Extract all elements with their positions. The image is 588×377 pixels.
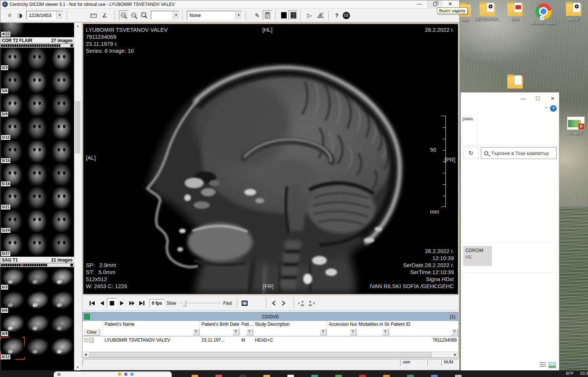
filter-funnel-icon[interactable] — [382, 329, 389, 335]
thumbnail[interactable]: 5/18 — [0, 164, 25, 187]
thumbnail[interactable] — [49, 267, 74, 290]
previous-frame-button[interactable] — [97, 298, 107, 308]
magnify-button[interactable] — [140, 10, 149, 20]
thumbnail[interactable] — [25, 210, 49, 233]
filter-cell[interactable] — [357, 328, 389, 336]
first-frame-button[interactable] — [87, 298, 97, 308]
flip-rotate-button[interactable] — [316, 10, 325, 20]
taskbar-search-box[interactable] — [54, 371, 172, 377]
desktop-icon-monster-mash[interactable]: ↗ Monster Mash — [531, 3, 556, 25]
image-viewport[interactable]: LYUBOMIR TSVETANOV VALEV791123406923.11.… — [82, 23, 459, 295]
filter-cell[interactable] — [200, 328, 240, 336]
scroll-left-icon[interactable]: ◀ — [83, 352, 88, 357]
thumbnail[interactable] — [49, 337, 74, 360]
taskbar-apps[interactable] — [192, 375, 462, 377]
speed-slider[interactable] — [180, 300, 220, 307]
thumbnail[interactable]: 5/3 — [0, 48, 25, 70]
taskbar-app-icon[interactable] — [216, 375, 222, 377]
thumbnail[interactable] — [25, 94, 49, 117]
explorer-maximize-button[interactable]: ☐ — [535, 96, 540, 101]
filter-funnel-icon[interactable] — [320, 329, 326, 335]
invert-contrast-button[interactable]: ◑ — [15, 10, 25, 20]
title-bar[interactable]: Centricity DICOM viewer 3.1 - Not for cl… — [0, 0, 459, 8]
thumbnail[interactable] — [49, 290, 74, 313]
window-level-combo[interactable]: 1226/2453 ▼ — [26, 11, 63, 20]
thumbnail[interactable] — [25, 117, 49, 140]
series-header[interactable]: COR T2 FLAIR27 images — [0, 37, 74, 44]
language-indicator[interactable]: БГР — [566, 371, 574, 376]
thumbnail[interactable]: 4/22 — [0, 23, 25, 37]
layout-grid-button[interactable] — [239, 298, 249, 308]
column-header[interactable]: Patient's Birth Date — [200, 321, 240, 328]
window-level-button[interactable]: ☼ — [5, 10, 14, 20]
slider-knob[interactable] — [183, 300, 186, 307]
column-header[interactable]: Patient ID — [389, 321, 458, 328]
explorer-search-box[interactable]: Търсене в Този компютър — [481, 147, 557, 159]
filter-cell[interactable] — [103, 328, 200, 336]
taskbar-app-icon[interactable] — [359, 375, 366, 377]
table-horizontal-scrollbar[interactable]: ◀ ▶ — [83, 352, 458, 357]
zoom-combo[interactable]: ▼ — [151, 11, 179, 20]
scroll-right-icon[interactable]: ▶ — [452, 352, 458, 357]
thumbnail[interactable]: 5/9 — [0, 94, 25, 117]
measure-ruler-button[interactable] — [89, 10, 98, 20]
chevron-down-icon[interactable]: ▼ — [173, 11, 179, 19]
thumbnail[interactable]: 5/12 — [0, 117, 25, 140]
stop-button[interactable] — [107, 298, 117, 308]
thumbnail[interactable] — [49, 71, 74, 94]
thumbnail[interactable] — [25, 337, 49, 360]
explorer-close-button[interactable]: ✕ — [550, 96, 555, 101]
minimize-button[interactable]: — — [412, 0, 427, 8]
thumbnail[interactable] — [25, 48, 49, 70]
thumbnail[interactable] — [49, 164, 74, 187]
column-header[interactable]: Patient's Name — [103, 321, 200, 328]
filter-funnel-icon[interactable] — [246, 329, 253, 335]
thumbnail[interactable]: 5/21 — [0, 187, 25, 210]
thumbnail[interactable] — [25, 164, 49, 187]
thumbnail[interactable]: 5/15 — [0, 141, 25, 163]
thumbnail[interactable]: 5/27 — [0, 234, 25, 256]
thumbnail[interactable]: 6/12 — [0, 337, 25, 360]
previous-series-button[interactable] — [269, 298, 279, 308]
ribbon-collapse-icon[interactable]: ^ — [545, 106, 547, 111]
thumbnail[interactable] — [25, 314, 49, 336]
details-view-icon[interactable] — [540, 362, 546, 367]
filter-funnel-icon[interactable] — [193, 329, 199, 335]
filter-funnel-icon[interactable] — [451, 329, 458, 335]
overlay-mode-combo[interactable]: None ▼ — [187, 11, 242, 20]
thumbnail[interactable] — [25, 187, 49, 210]
next-frame-button[interactable] — [127, 298, 137, 308]
desktop-icon-folder2[interactable] — [502, 76, 528, 90]
taskbar-app-icon[interactable] — [383, 375, 390, 377]
previous-patient-button[interactable] — [296, 298, 306, 308]
filter-cell[interactable] — [389, 328, 458, 336]
report-button[interactable] — [263, 10, 272, 20]
help-button[interactable]: ? — [332, 10, 342, 20]
zoom-reset-button[interactable]: 1x — [119, 10, 129, 20]
clear-filters-button[interactable]: Clear — [83, 329, 100, 336]
taskbar-app-icon[interactable] — [335, 375, 342, 377]
explorer-minimize-button[interactable]: — — [521, 96, 526, 101]
thumbnail[interactable]: 6/6 — [0, 290, 25, 313]
scrollbar-thumb[interactable] — [89, 352, 432, 357]
thumbnail[interactable] — [49, 210, 74, 233]
taskbar-app-icon[interactable] — [407, 375, 414, 377]
taskbar-app-icon[interactable] — [287, 375, 294, 377]
column-header[interactable]: Modalities in Study — [357, 321, 389, 328]
desktop-icon-meteorol[interactable]: МЕТЕОРОЛ... — [475, 4, 500, 22]
thumbnail[interactable] — [25, 234, 49, 256]
thumbnail[interactable] — [25, 290, 49, 313]
cine-button[interactable]: ▷ — [305, 10, 314, 20]
column-header[interactable]: Study Description — [253, 321, 327, 328]
measure-angle-button[interactable]: ∠ — [100, 10, 109, 20]
image-with-text-layout-button[interactable] — [288, 10, 298, 20]
taskbar-app-icon[interactable] — [192, 375, 198, 377]
last-frame-button[interactable] — [137, 298, 147, 308]
desktop-icon-etika[interactable]: P етика 1 — [563, 117, 588, 136]
sidebar-scrollbar[interactable]: ▲ ▼ — [74, 23, 81, 371]
filter-cell[interactable] — [240, 328, 253, 336]
filter-funnel-icon[interactable] — [350, 329, 356, 335]
taskbar[interactable]: БГР 23:3 — [0, 370, 588, 377]
thumbnails-view-icon[interactable] — [549, 362, 556, 368]
thumbnail[interactable]: 6/9 — [0, 314, 25, 336]
